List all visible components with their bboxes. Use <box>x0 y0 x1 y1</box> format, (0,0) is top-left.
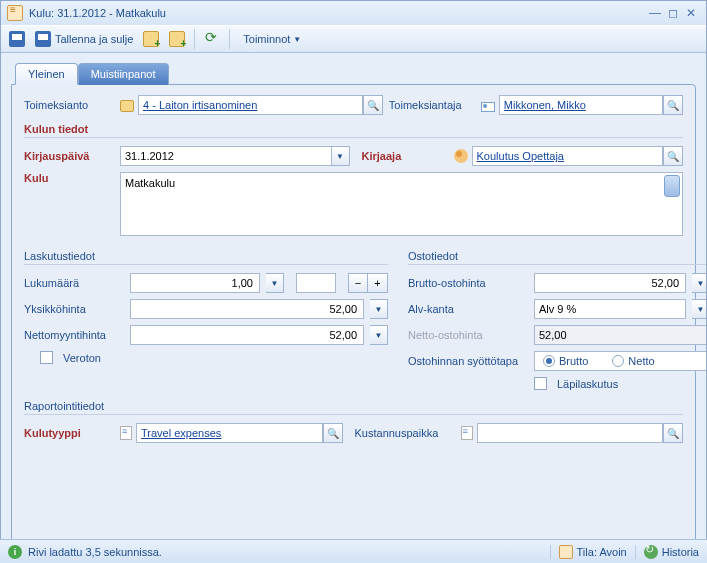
panel-general: Toimeksianto 4 - Laiton irtisanominen To… <box>11 84 696 544</box>
radio-brutto[interactable] <box>543 355 555 367</box>
save-icon <box>9 31 25 47</box>
clipboard-icon <box>559 545 573 559</box>
chevron-down-icon: ▼ <box>293 35 301 44</box>
tab-general[interactable]: Yleinen <box>15 63 78 85</box>
status-bar: i Rivi ladattu 3,5 sekunnissa. Tila: Avo… <box>0 539 707 563</box>
qty-aux-field[interactable] <box>296 273 336 293</box>
info-icon: i <box>8 545 22 559</box>
expense-value: Matkakulu <box>125 177 175 189</box>
client-field[interactable]: Mikkonen, Mikko <box>499 95 663 115</box>
new-copy-button[interactable] <box>165 28 189 50</box>
costcenter-field[interactable] <box>477 423 664 443</box>
doc-icon <box>461 426 473 440</box>
new-copy-icon <box>169 31 185 47</box>
title-bar: Kulu: 31.1.2012 - Matkakulu — ◻ ✕ <box>1 1 706 25</box>
card-icon <box>481 102 495 112</box>
costcenter-lookup[interactable] <box>663 423 683 443</box>
maximize-button[interactable]: ◻ <box>664 6 682 20</box>
date-field[interactable]: 31.1.2012 <box>120 146 332 166</box>
toolbar-separator <box>194 29 195 49</box>
gross-dropdown[interactable]: ▼ <box>692 273 707 293</box>
assignment-field[interactable]: 4 - Laiton irtisanominen <box>138 95 363 115</box>
section-details-title: Kulun tiedot <box>24 123 683 138</box>
expense-label: Kulu <box>24 172 114 184</box>
costcenter-label: Kustannuspaikka <box>355 427 455 439</box>
tab-bar: Yleinen Muistiinpanot <box>11 63 696 85</box>
refresh-icon <box>204 31 220 47</box>
actions-menu[interactable]: Toiminnot ▼ <box>235 28 305 50</box>
gross-field[interactable] <box>534 273 686 293</box>
scrollbar-thumb[interactable] <box>664 175 680 197</box>
section-billing-title: Laskutustiedot <box>24 250 388 265</box>
gross-label: Brutto-ostohinta <box>408 277 528 289</box>
status-history[interactable]: Historia <box>635 545 699 559</box>
netsale-field[interactable] <box>130 325 364 345</box>
assignment-label: Toimeksianto <box>24 99 114 111</box>
folder-icon <box>120 100 134 112</box>
close-button[interactable]: ✕ <box>682 6 700 20</box>
vat-dropdown[interactable]: ▼ <box>692 299 707 319</box>
netsale-dropdown[interactable]: ▼ <box>370 325 388 345</box>
section-report-title: Raportointitiedot <box>24 400 683 415</box>
netsale-label: Nettomyyntihinta <box>24 329 124 341</box>
status-state[interactable]: Tila: Avoin <box>550 545 627 559</box>
unitprice-label: Yksikköhinta <box>24 303 124 315</box>
taxfree-checkbox[interactable] <box>40 351 53 364</box>
netpurchase-field: 52,00 <box>534 325 707 345</box>
doc-icon <box>120 426 132 440</box>
section-purchase-title: Ostotiedot <box>408 250 707 265</box>
qty-minus[interactable]: − <box>348 273 368 293</box>
new-button[interactable] <box>139 28 163 50</box>
vat-label: Alv-kanta <box>408 303 528 315</box>
date-label: Kirjauspäivä <box>24 150 114 162</box>
toolbar-separator <box>229 29 230 49</box>
client-label: Toimeksiantaja <box>389 99 475 111</box>
unitprice-dropdown[interactable]: ▼ <box>370 299 388 319</box>
entrymode-group: Brutto Netto <box>534 351 707 371</box>
client-lookup[interactable] <box>663 95 683 115</box>
qty-field[interactable] <box>130 273 260 293</box>
refresh-button[interactable] <box>200 28 224 50</box>
window-title: Kulu: 31.1.2012 - Matkakulu <box>29 7 166 19</box>
author-label: Kirjaaja <box>362 150 448 162</box>
passthrough-checkbox[interactable] <box>534 377 547 390</box>
assignment-lookup[interactable] <box>363 95 383 115</box>
save-close-icon <box>35 31 51 47</box>
user-icon <box>454 149 468 163</box>
author-lookup[interactable] <box>663 146 683 166</box>
status-loaded: Rivi ladattu 3,5 sekunnissa. <box>28 546 162 558</box>
author-field[interactable]: Koulutus Opettaja <box>472 146 664 166</box>
history-icon <box>644 545 658 559</box>
expensetype-field[interactable]: Travel expenses <box>136 423 323 443</box>
unitprice-field[interactable] <box>130 299 364 319</box>
qty-plus[interactable]: + <box>368 273 388 293</box>
minimize-button[interactable]: — <box>646 6 664 20</box>
expense-textarea[interactable]: Matkakulu <box>120 172 683 236</box>
netpurchase-label: Netto-ostohinta <box>408 329 528 341</box>
qty-dropdown[interactable]: ▼ <box>266 273 284 293</box>
entrymode-netto[interactable]: Netto <box>612 355 654 367</box>
passthrough-label: Läpilaskutus <box>557 378 618 390</box>
save-button[interactable] <box>5 28 29 50</box>
expensetype-label: Kulutyyppi <box>24 427 114 439</box>
new-icon <box>143 31 159 47</box>
entrymode-brutto[interactable]: Brutto <box>543 355 588 367</box>
toolbar: Tallenna ja sulje Toiminnot ▼ <box>1 25 706 53</box>
save-close-label: Tallenna ja sulje <box>55 33 133 45</box>
tab-notes[interactable]: Muistiinpanot <box>78 63 169 85</box>
entrymode-label: Ostohinnan syöttötapa <box>408 355 528 367</box>
expensetype-lookup[interactable] <box>323 423 343 443</box>
vat-field[interactable]: Alv 9 % <box>534 299 686 319</box>
taxfree-label: Veroton <box>63 352 101 364</box>
radio-netto[interactable] <box>612 355 624 367</box>
app-icon <box>7 5 23 21</box>
date-dropdown[interactable]: ▼ <box>332 146 350 166</box>
qty-label: Lukumäärä <box>24 277 124 289</box>
save-and-close-button[interactable]: Tallenna ja sulje <box>31 28 137 50</box>
actions-label: Toiminnot <box>243 33 290 45</box>
